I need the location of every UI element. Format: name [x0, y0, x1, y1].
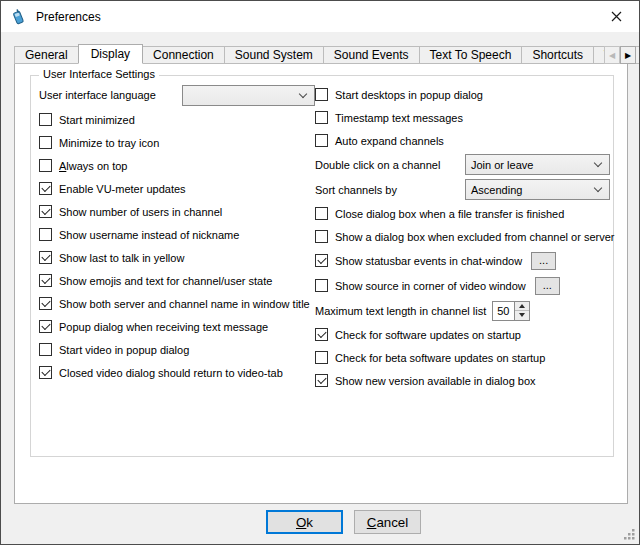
- row-window-title: Show both server and channel name in win…: [39, 292, 315, 315]
- chevron-down-icon: [594, 184, 602, 192]
- tab-sound-events[interactable]: Sound Events: [323, 46, 420, 64]
- double-click-value: Join or leave: [466, 159, 595, 171]
- row-check-updates: Check for software updates on startup: [315, 323, 617, 346]
- checkbox-closed-video-return[interactable]: [39, 366, 52, 379]
- checkbox-close-file-transfer[interactable]: [315, 207, 328, 220]
- row-auto-expand: Auto expand channels: [315, 129, 617, 152]
- checkbox-auto-expand-channels[interactable]: [315, 134, 328, 147]
- close-button[interactable]: [594, 1, 639, 32]
- tab-scroll-right-icon[interactable]: ▶: [620, 46, 636, 64]
- checkbox-label: Show new version available in dialog box: [335, 375, 536, 387]
- checkbox-label: Start minimized: [59, 114, 135, 126]
- checkbox-label: Auto expand channels: [335, 135, 444, 147]
- checkbox-label: Check for beta software updates on start…: [335, 352, 545, 364]
- left-column: User interface language Start minimized …: [39, 82, 315, 384]
- checkbox-server-channel-title[interactable]: [39, 297, 52, 310]
- checkbox-label: Minimize to tray icon: [59, 137, 159, 149]
- spin-up-button[interactable]: [515, 302, 529, 312]
- spinner-buttons: [515, 301, 530, 321]
- tab-text-to-speech[interactable]: Text To Speech: [419, 46, 523, 64]
- cancel-button-label: Cancel: [355, 512, 420, 533]
- checkbox-statusbar-events[interactable]: [315, 254, 328, 267]
- spin-down-button[interactable]: [515, 311, 529, 320]
- statusbar-events-options-button[interactable]: ...: [531, 252, 556, 270]
- tab-bar: General Display Connection Sound System …: [14, 44, 640, 64]
- checkbox-timestamp-messages[interactable]: [315, 111, 328, 124]
- row-excluded-dialog: Show a dialog box when excluded from cha…: [315, 225, 617, 248]
- close-icon: [611, 11, 622, 22]
- tab-sound-system[interactable]: Sound System: [224, 46, 324, 64]
- checkbox-label: Show number of users in channel: [59, 206, 222, 218]
- ok-button-label: Ok: [268, 513, 341, 532]
- user-interface-settings-group: User Interface Settings User interface l…: [30, 75, 614, 457]
- double-click-combobox[interactable]: Join or leave: [465, 154, 610, 175]
- row-vu-meter: Enable VU-meter updates: [39, 177, 315, 200]
- max-text-length-spinner: 50: [492, 301, 530, 321]
- row-new-version-dialog: Show new version available in dialog box: [315, 369, 617, 392]
- video-source-options-button[interactable]: ...: [535, 277, 560, 295]
- checkbox-video-popup[interactable]: [39, 343, 52, 356]
- title-bar: Preferences: [1, 1, 639, 32]
- row-close-file-transfer: Close dialog box when a file transfer is…: [315, 202, 617, 225]
- language-row: User interface language: [39, 82, 315, 108]
- row-username-nickname: Show username instead of nickname: [39, 223, 315, 246]
- checkbox-check-beta-updates[interactable]: [315, 351, 328, 364]
- sort-channels-combobox[interactable]: Ascending: [465, 179, 610, 200]
- row-closed-video: Closed video dialog should return to vid…: [39, 361, 315, 384]
- checkbox-popup-text-message[interactable]: [39, 320, 52, 333]
- row-start-minimized: Start minimized: [39, 108, 315, 131]
- checkbox-new-version-dialog[interactable]: [315, 374, 328, 387]
- checkbox-video-source-corner[interactable]: [315, 279, 328, 292]
- resize-grip-icon[interactable]: [623, 528, 636, 541]
- checkbox-minimize-to-tray[interactable]: [39, 136, 52, 149]
- checkbox-last-talk-yellow[interactable]: [39, 251, 52, 264]
- sort-channels-value: Ascending: [466, 184, 595, 196]
- row-users-in-channel: Show number of users in channel: [39, 200, 315, 223]
- checkbox-show-user-count[interactable]: [39, 205, 52, 218]
- chevron-down-icon: [299, 89, 307, 97]
- max-text-length-row: Maximum text length in channel list 50: [315, 298, 617, 323]
- row-start-desktops: Start desktops in popup dialog: [315, 83, 617, 106]
- row-emojis: Show emojis and text for channel/user st…: [39, 269, 315, 292]
- row-last-to-talk: Show last to talk in yellow: [39, 246, 315, 269]
- group-title: User Interface Settings: [39, 68, 159, 80]
- row-timestamp: Timestamp text messages: [315, 106, 617, 129]
- max-text-length-input[interactable]: 50: [492, 301, 515, 321]
- checkbox-label: Show a dialog box when excluded from cha…: [335, 231, 614, 243]
- checkbox-start-minimized[interactable]: [39, 113, 52, 126]
- tab-general[interactable]: General: [14, 46, 79, 64]
- tab-connection[interactable]: Connection: [142, 46, 225, 64]
- tab-display[interactable]: Display: [78, 44, 143, 64]
- checkbox-excluded-dialog[interactable]: [315, 230, 328, 243]
- checkbox-always-on-top[interactable]: [39, 159, 52, 172]
- language-combobox[interactable]: [182, 85, 315, 106]
- triangle-up-icon: [519, 304, 525, 308]
- row-always-on-top: Always on top: [39, 154, 315, 177]
- checkbox-label: Show statusbar events in chat-window: [335, 255, 522, 267]
- checkbox-label: Always on top: [59, 160, 128, 172]
- cancel-button[interactable]: Cancel: [354, 510, 421, 534]
- checkbox-label: Show emojis and text for channel/user st…: [59, 275, 272, 287]
- checkbox-label: Closed video dialog should return to vid…: [59, 367, 283, 379]
- checkbox-label: Show source in corner of video window: [335, 280, 526, 292]
- checkbox-label: Show both server and channel name in win…: [59, 298, 310, 310]
- display-tab-page: User Interface Settings User interface l…: [14, 63, 628, 504]
- triangle-down-icon: [519, 313, 525, 317]
- language-label: User interface language: [39, 89, 156, 101]
- checkbox-label: Start video in popup dialog: [59, 344, 189, 356]
- checkbox-label: Start desktops in popup dialog: [335, 89, 483, 101]
- right-column: Start desktops in popup dialog Timestamp…: [315, 83, 617, 392]
- tab-shortcuts[interactable]: Shortcuts: [521, 46, 594, 64]
- checkbox-show-username[interactable]: [39, 228, 52, 241]
- tab-scroll-left-icon[interactable]: ◀: [604, 46, 620, 64]
- row-video-source-corner: Show source in corner of video window ..…: [315, 273, 617, 298]
- checkbox-emojis-text[interactable]: [39, 274, 52, 287]
- double-click-label: Double click on a channel: [315, 159, 465, 171]
- checkbox-label: Show username instead of nickname: [59, 229, 239, 241]
- sort-channels-row: Sort channels by Ascending: [315, 177, 617, 202]
- checkbox-vu-meter-updates[interactable]: [39, 182, 52, 195]
- checkbox-check-updates[interactable]: [315, 328, 328, 341]
- checkbox-start-desktops-popup[interactable]: [315, 88, 328, 101]
- ok-button[interactable]: Ok: [266, 510, 343, 534]
- checkbox-label: Popup dialog when receiving text message: [59, 321, 268, 333]
